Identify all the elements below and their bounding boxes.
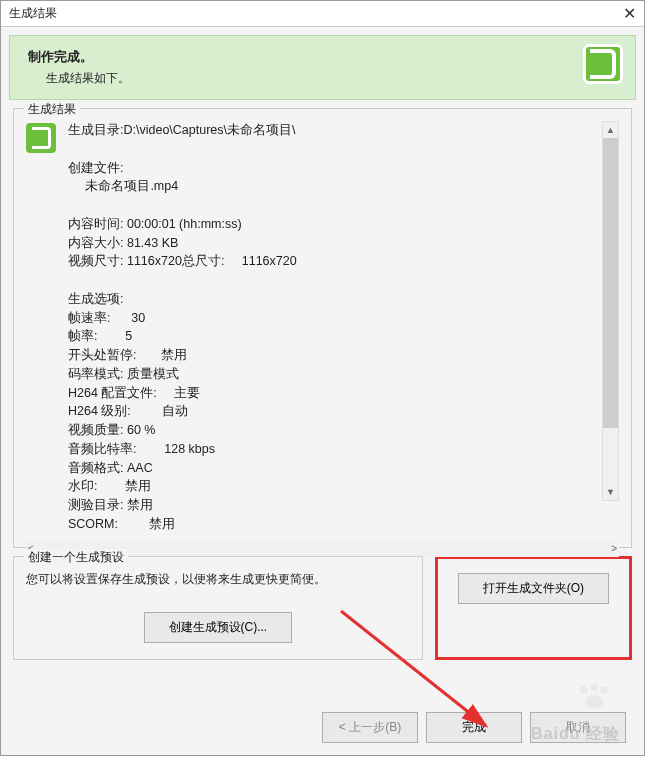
preset-legend: 创建一个生成预设 <box>24 549 128 566</box>
banner-subtitle: 生成结果如下。 <box>46 70 617 87</box>
success-banner: 制作完成。 生成结果如下。 <box>9 35 636 100</box>
wizard-footer: < 上一步(B) 完成 取消 <box>322 712 626 743</box>
create-preset-button[interactable]: 创建生成预设(C)... <box>144 612 293 643</box>
preset-description: 您可以将设置保存生成预设，以便将来生成更快更简便。 <box>26 571 410 588</box>
window-title: 生成结果 <box>9 5 57 22</box>
svg-point-4 <box>600 686 608 694</box>
back-button[interactable]: < 上一步(B) <box>322 712 418 743</box>
svg-point-2 <box>580 686 588 694</box>
titlebar: 生成结果 ✕ <box>1 1 644 27</box>
production-results-dialog: 生成结果 ✕ 制作完成。 生成结果如下。 生成结果 生成目录:D:\video\… <box>0 0 645 756</box>
close-icon[interactable]: ✕ <box>623 4 636 23</box>
camtasia-logo-icon <box>583 44 623 84</box>
finish-button[interactable]: 完成 <box>426 712 522 743</box>
open-output-folder-button[interactable]: 打开生成文件夹(O) <box>458 573 609 604</box>
results-text: 生成目录:D:\video\Captures\未命名项目\ 创建文件: 未命名项… <box>68 121 590 534</box>
scroll-down-icon[interactable]: ▼ <box>603 484 618 500</box>
preset-fieldset: 创建一个生成预设 您可以将设置保存生成预设，以便将来生成更快更简便。 创建生成预… <box>13 556 423 660</box>
scroll-up-icon[interactable]: ▲ <box>603 122 618 138</box>
svg-point-3 <box>590 683 598 691</box>
svg-point-5 <box>585 695 603 709</box>
vertical-scrollbar[interactable]: ▲ ▼ <box>602 121 619 501</box>
camtasia-logo-small-icon <box>26 123 56 153</box>
watermark-paw-icon <box>574 682 614 715</box>
open-folder-highlight: 打开生成文件夹(O) <box>435 556 632 660</box>
results-fieldset: 生成结果 生成目录:D:\video\Captures\未命名项目\ 创建文件:… <box>13 108 632 548</box>
banner-title: 制作完成。 <box>28 48 617 66</box>
scroll-right-icon[interactable]: > <box>611 543 617 554</box>
results-legend: 生成结果 <box>24 101 80 118</box>
scroll-thumb[interactable] <box>603 138 618 428</box>
cancel-button[interactable]: 取消 <box>530 712 626 743</box>
